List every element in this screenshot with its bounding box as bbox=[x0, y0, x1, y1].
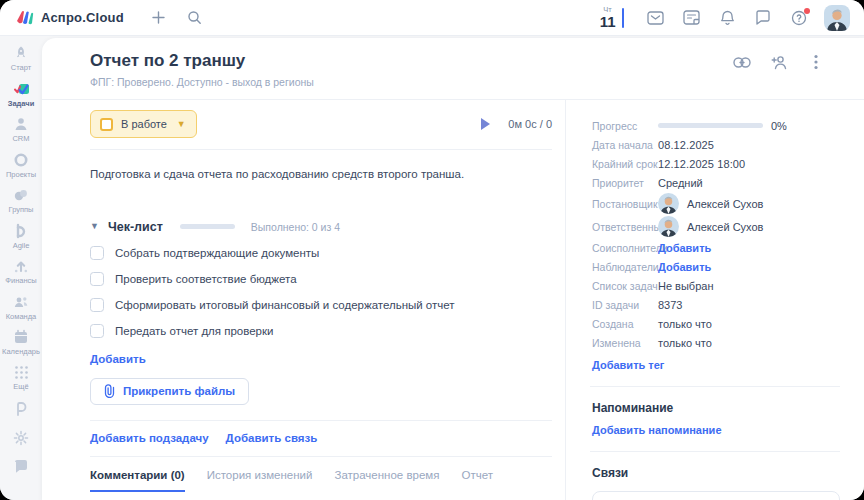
sidebar-item-team[interactable]: Команда bbox=[0, 294, 42, 321]
checkbox[interactable] bbox=[90, 246, 104, 260]
checklist-item[interactable]: Проверить соответствие бюджета bbox=[90, 272, 552, 286]
add-reminder-link[interactable]: Добавить напоминание bbox=[592, 424, 722, 436]
settings-button[interactable] bbox=[13, 430, 29, 446]
task-body: В работе ▼ 0м 0с / 0 Подготовка и сдача … bbox=[42, 100, 864, 500]
field-label: Создана bbox=[592, 318, 658, 330]
field-label: Крайний срок bbox=[592, 158, 658, 170]
help-button[interactable] bbox=[788, 7, 810, 29]
plus-icon bbox=[151, 10, 166, 25]
avatar-image bbox=[824, 5, 850, 31]
sidebar-item-start[interactable]: Старт bbox=[0, 45, 42, 72]
person-name: Алексей Сухов bbox=[687, 198, 763, 210]
notification-dot bbox=[804, 8, 810, 14]
search-button[interactable] bbox=[182, 5, 208, 31]
sub-links: Добавить подзадачу Добавить связь bbox=[90, 432, 552, 444]
field-value: только что bbox=[658, 318, 712, 330]
add-tag-link[interactable]: Добавить тег bbox=[592, 359, 664, 371]
checklist-item[interactable]: Собрать подтверждающие документы bbox=[90, 246, 552, 260]
calendar-date-widget[interactable]: Чт 11 bbox=[600, 6, 624, 30]
user-avatar[interactable] bbox=[824, 5, 850, 31]
date-accent-bar bbox=[622, 8, 625, 28]
add-subtask-link[interactable]: Добавить подзадачу bbox=[90, 432, 209, 444]
field-author: Постановщик Алексей Сухов bbox=[592, 192, 840, 215]
task-description[interactable]: Подготовка и сдача отчета по расходовани… bbox=[90, 166, 552, 183]
field-task-id: ID задачи 8373 bbox=[592, 295, 840, 314]
main-column: В работе ▼ 0м 0с / 0 Подготовка и сдача … bbox=[42, 100, 565, 500]
field-task-list: Список задач Не выбран bbox=[592, 276, 840, 295]
tab-comments[interactable]: Комментарии (0) bbox=[90, 457, 185, 492]
field-assignee: Ответственный Алексей Сухов bbox=[592, 215, 840, 238]
field-value[interactable]: Средний bbox=[658, 177, 703, 189]
checkbox[interactable] bbox=[90, 298, 104, 312]
checklist-item[interactable]: Передать отчет для проверки bbox=[90, 324, 552, 338]
messenger-button[interactable] bbox=[752, 7, 774, 29]
product-button[interactable] bbox=[13, 401, 29, 417]
field-label: Список задач bbox=[592, 280, 658, 292]
tab-history[interactable]: История изменений bbox=[207, 457, 313, 492]
progress-bar[interactable] bbox=[658, 123, 763, 128]
sidebar-label: CRM bbox=[12, 135, 29, 143]
app-logo[interactable]: Аспро.Cloud bbox=[16, 10, 124, 26]
sidebar-item-calendar[interactable]: Календарь bbox=[0, 329, 42, 356]
sidebar-item-agile[interactable]: Agile bbox=[0, 223, 42, 250]
sidebar-label: Команда bbox=[6, 313, 37, 321]
divider bbox=[90, 149, 552, 150]
checklist-header: ▼ Чек-лист Выполнено: 0 из 4 bbox=[90, 220, 552, 234]
field-value[interactable]: 08.12.2025 bbox=[658, 139, 714, 151]
add-checklist-item-link[interactable]: Добавить bbox=[90, 353, 146, 365]
tab-time-spent[interactable]: Затраченное время bbox=[334, 457, 439, 492]
sidebar-item-crm[interactable]: CRM bbox=[0, 116, 42, 143]
field-label: Прогресс bbox=[592, 120, 658, 132]
field-value[interactable]: Не выбран bbox=[658, 280, 713, 292]
sidebar-item-more[interactable]: Ещё bbox=[0, 365, 42, 391]
checkbox[interactable] bbox=[90, 272, 104, 286]
sidebar-item-tasks[interactable]: Задачи bbox=[0, 81, 42, 108]
field-label: Наблюдатели bbox=[592, 261, 658, 273]
collapse-checklist-icon[interactable]: ▼ bbox=[90, 221, 99, 231]
mail-button[interactable] bbox=[644, 7, 666, 29]
sidebar-label: Ещё bbox=[13, 383, 28, 391]
tasks-check-icon bbox=[13, 81, 30, 97]
person-chip[interactable]: Алексей Сухов bbox=[658, 193, 763, 214]
sidebar-item-groups[interactable]: Группы bbox=[0, 187, 42, 214]
header-actions bbox=[732, 52, 826, 72]
field-label: ID задачи bbox=[592, 299, 658, 311]
add-relation-link[interactable]: Добавить связь bbox=[226, 432, 318, 444]
field-value[interactable]: 12.12.2025 18:00 bbox=[658, 158, 745, 170]
share-task-button[interactable] bbox=[769, 52, 789, 72]
status-label: В работе bbox=[121, 118, 167, 130]
field-modified: Изменена только что bbox=[592, 333, 840, 352]
chevron-down-icon: ▼ bbox=[177, 119, 186, 129]
checklist-progress-bar bbox=[180, 224, 235, 229]
field-label: Приоритет bbox=[592, 177, 658, 189]
sidebar-label: Старт bbox=[11, 64, 31, 72]
task-breadcrumb[interactable]: ФПГ: Проверено. Доступно - выход в регио… bbox=[90, 76, 842, 88]
create-button[interactable] bbox=[146, 5, 172, 31]
relation-card[interactable]: ФПГ: Проверено. Доступно - выход в регио… bbox=[592, 491, 840, 500]
add-coexecutor-link[interactable]: Добавить bbox=[658, 242, 711, 254]
kebab-menu-icon bbox=[814, 54, 818, 70]
start-timer-button[interactable] bbox=[481, 118, 490, 130]
sidebar-bottom bbox=[13, 401, 29, 474]
copy-link-button[interactable] bbox=[732, 52, 752, 72]
checkbox[interactable] bbox=[90, 324, 104, 338]
attach-files-button[interactable]: Прикрепить файлы bbox=[90, 378, 249, 405]
bell-icon bbox=[720, 10, 735, 26]
more-actions-button[interactable] bbox=[806, 52, 826, 72]
tabs: Комментарии (0) История изменений Затрач… bbox=[90, 457, 552, 492]
sidebar-item-finance[interactable]: Финансы bbox=[0, 258, 42, 285]
status-dropdown[interactable]: В работе ▼ bbox=[90, 110, 197, 138]
divider bbox=[590, 386, 840, 387]
person-chip[interactable]: Алексей Сухов bbox=[658, 216, 763, 237]
checklist-item[interactable]: Сформировать итоговый финансовый и содер… bbox=[90, 298, 552, 312]
tab-report[interactable]: Отчет bbox=[461, 457, 493, 492]
topbar: Аспро.Cloud Чт 11 bbox=[0, 0, 864, 36]
status-checkbox[interactable] bbox=[100, 118, 113, 131]
support-chat-button[interactable] bbox=[13, 459, 29, 474]
notes-button[interactable] bbox=[680, 7, 702, 29]
field-start-date: Дата начала 08.12.2025 bbox=[592, 135, 840, 154]
sidebar-item-projects[interactable]: Проекты bbox=[0, 152, 42, 179]
sidebar-label: Agile bbox=[13, 242, 30, 250]
notifications-button[interactable] bbox=[716, 7, 738, 29]
add-watcher-link[interactable]: Добавить bbox=[658, 261, 711, 273]
